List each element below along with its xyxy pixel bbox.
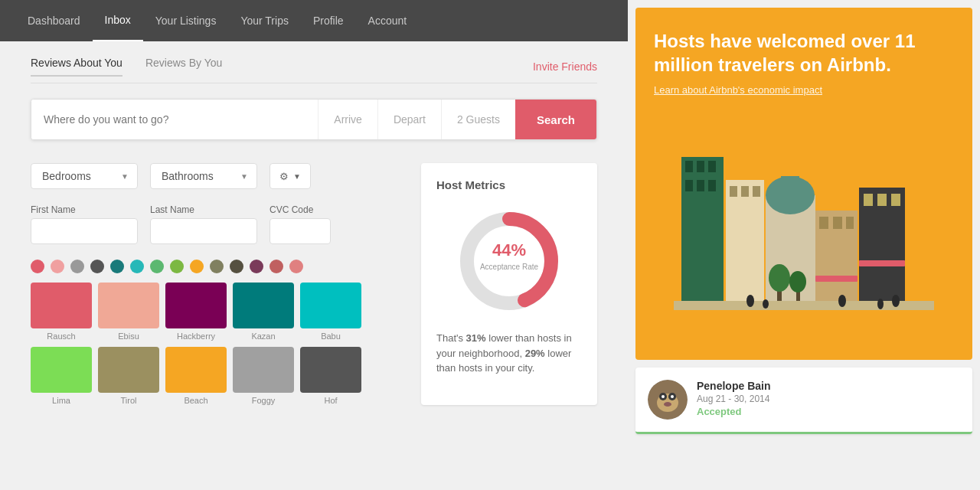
svg-point-32	[789, 271, 806, 292]
svg-rect-8	[708, 161, 716, 172]
invite-friends-link[interactable]: Invite Friends	[533, 60, 597, 73]
ad-subtitle-link[interactable]: Learn about Airbnb's economic impact	[654, 84, 954, 96]
svg-rect-25	[877, 194, 887, 206]
swatch-dot-teal[interactable]	[130, 260, 144, 273]
reviewer-avatar	[648, 380, 688, 420]
swatch-dot-brown[interactable]	[230, 260, 243, 273]
swatch-dot-purple[interactable]	[250, 260, 263, 273]
first-name-input[interactable]	[31, 218, 138, 244]
swatch-beach[interactable]: Beach	[165, 347, 227, 405]
swatch-hackberry[interactable]: Hackberry	[165, 283, 227, 341]
host-metrics-card: Host Metrics 44% Acceptance Rate	[421, 163, 597, 405]
swatch-tirol[interactable]: Tirol	[98, 347, 159, 405]
navigation: Dashboard Inbox Your Listings Your Trips…	[0, 0, 628, 41]
swatch-dot-orange[interactable]	[190, 260, 204, 273]
review-card: Penelope Bain Aug 21 - 30, 2014 Accepted	[635, 368, 972, 434]
nav-inbox[interactable]: Inbox	[93, 0, 143, 41]
arrive-button[interactable]: Arrive	[318, 100, 377, 139]
tab-reviews-by-you[interactable]: Reviews By You	[145, 57, 222, 77]
swatch-dot-olive[interactable]	[210, 260, 224, 273]
svg-text:44%: 44%	[492, 240, 526, 260]
swatch-dot-rose[interactable]	[270, 260, 283, 273]
swatch-dot-green[interactable]	[150, 260, 164, 273]
swatch-kazan[interactable]: Kazan	[233, 283, 294, 341]
ad-card: Hosts have welcomed over 11 million trav…	[635, 8, 972, 360]
ad-title: Hosts have welcomed over 11 million trav…	[654, 29, 954, 77]
swatch-foggy[interactable]: Foggy	[233, 347, 294, 405]
swatch-dot-gray[interactable]	[70, 260, 84, 273]
color-dot-swatches	[31, 260, 406, 273]
swatch-dot-lime[interactable]	[170, 260, 184, 273]
svg-point-34	[746, 295, 754, 307]
bedrooms-dropdown[interactable]: Bedrooms	[31, 163, 138, 189]
swatch-babu[interactable]: Babu	[300, 283, 361, 341]
svg-rect-14	[741, 186, 749, 197]
reviewer-dates: Aug 21 - 30, 2014	[697, 394, 770, 404]
svg-point-35	[763, 299, 769, 309]
svg-rect-18	[781, 176, 799, 199]
guests-selector[interactable]: 2 Guests	[441, 100, 515, 139]
search-button[interactable]: Search	[515, 100, 596, 139]
nav-profile[interactable]: Profile	[301, 0, 356, 41]
settings-dropdown-arrow: ▼	[293, 172, 301, 181]
swatch-hof[interactable]: Hof	[300, 347, 361, 405]
svg-rect-15	[753, 186, 760, 197]
bathrooms-dropdown[interactable]: Bathrooms	[150, 163, 257, 189]
svg-point-30	[769, 264, 790, 292]
nav-dashboard[interactable]: Dashboard	[15, 0, 93, 41]
svg-point-45	[664, 402, 671, 407]
svg-rect-20	[819, 217, 828, 229]
svg-rect-9	[685, 180, 693, 191]
svg-rect-26	[891, 194, 900, 206]
svg-rect-7	[697, 161, 704, 172]
svg-rect-27	[815, 276, 858, 282]
swatch-dot-rausch[interactable]	[31, 260, 44, 273]
last-name-label: Last Name	[150, 204, 257, 215]
svg-point-38	[892, 295, 900, 307]
svg-rect-6	[685, 161, 693, 172]
svg-rect-13	[730, 186, 737, 197]
svg-rect-22	[846, 217, 854, 229]
swatch-ebisu[interactable]: Ebisu	[98, 283, 159, 341]
swatch-dot-salmon[interactable]	[289, 260, 303, 273]
reviewer-name: Penelope Bain	[697, 380, 770, 392]
tab-reviews-about-you[interactable]: Reviews About You	[31, 57, 122, 77]
first-name-label: First Name	[31, 204, 138, 215]
svg-rect-28	[859, 260, 905, 266]
svg-point-44	[671, 395, 674, 398]
search-bar: Arrive Depart 2 Guests Search	[31, 99, 597, 140]
search-input[interactable]	[31, 100, 318, 139]
swatch-rausch[interactable]: Rausch	[31, 283, 92, 341]
last-name-input[interactable]	[150, 218, 257, 244]
cvc-input[interactable]	[270, 218, 331, 244]
metrics-description: That's 31% lower than hosts in your neig…	[436, 331, 582, 376]
svg-rect-21	[833, 217, 842, 229]
nav-listings[interactable]: Your Listings	[143, 0, 229, 41]
swatch-lima[interactable]: Lima	[31, 347, 92, 405]
swatch-dot-pink[interactable]	[51, 260, 64, 273]
svg-point-43	[662, 395, 665, 398]
donut-chart: 44% Acceptance Rate	[436, 204, 582, 318]
svg-rect-12	[726, 180, 764, 310]
svg-point-36	[838, 295, 846, 307]
settings-button[interactable]: ⚙ ▼	[270, 163, 311, 189]
svg-rect-10	[697, 180, 704, 191]
cvc-label: CVC Code	[270, 204, 331, 215]
swatch-dot-teal-dark[interactable]	[110, 260, 124, 273]
nav-account[interactable]: Account	[356, 0, 420, 41]
metrics-title: Host Metrics	[436, 178, 582, 191]
svg-rect-11	[708, 180, 716, 191]
nav-trips[interactable]: Your Trips	[228, 0, 301, 41]
depart-button[interactable]: Depart	[377, 100, 441, 139]
svg-rect-24	[864, 194, 873, 206]
tabs-bar: Reviews About You Reviews By You Invite …	[31, 57, 597, 83]
gear-icon: ⚙	[279, 171, 289, 182]
svg-text:Acceptance Rate: Acceptance Rate	[480, 263, 539, 271]
swatch-dot-dark[interactable]	[90, 260, 104, 273]
svg-point-37	[877, 299, 884, 309]
reviewer-status: Accepted	[697, 406, 770, 417]
